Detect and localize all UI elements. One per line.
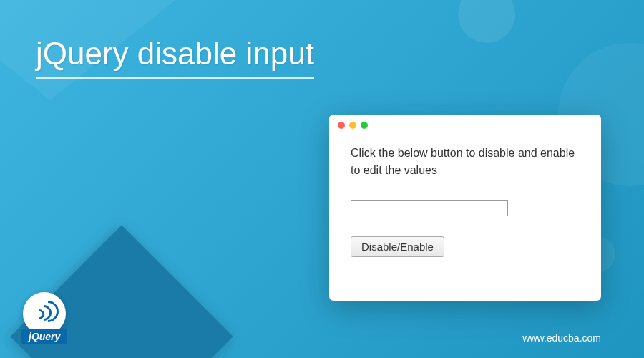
- jquery-icon: [23, 292, 66, 335]
- page-title: jQuery disable input: [36, 36, 314, 79]
- disable-enable-button[interactable]: Disable/Enable: [351, 236, 444, 257]
- footer-url: www.educba.com: [522, 332, 601, 344]
- window-content: Click the below button to disable and en…: [329, 136, 601, 266]
- minimize-icon[interactable]: [349, 122, 356, 129]
- window-titlebar: [329, 115, 601, 136]
- close-icon[interactable]: [338, 122, 345, 129]
- bg-circle-1: [458, 0, 515, 43]
- instruction-text: Click the below button to disable and en…: [351, 145, 580, 179]
- jquery-logo: jQuery: [21, 292, 67, 344]
- demo-text-input[interactable]: [351, 200, 508, 216]
- demo-window: Click the below button to disable and en…: [329, 115, 601, 301]
- jquery-waves-icon: [30, 299, 59, 328]
- maximize-icon[interactable]: [361, 122, 368, 129]
- jquery-logo-text: jQuery: [21, 329, 67, 344]
